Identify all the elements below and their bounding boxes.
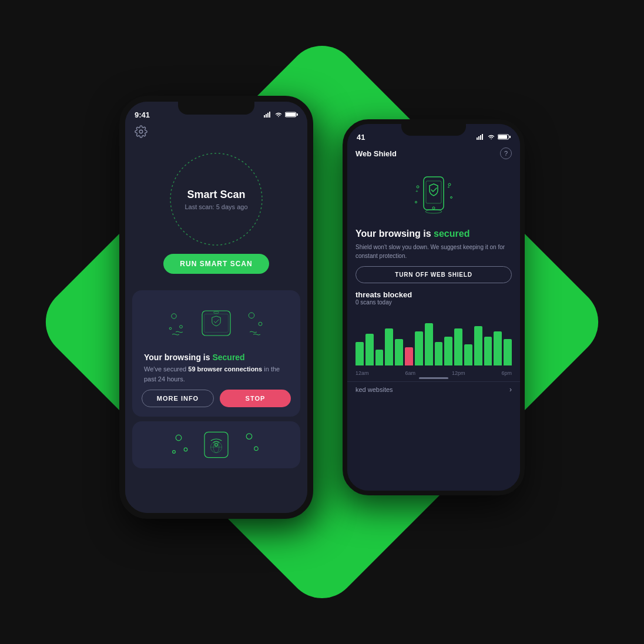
back-header: Web Shield ? [347,145,520,164]
svg-point-41 [246,434,252,440]
chart-bar [454,328,462,365]
back-blocked-text: ked websites [355,386,393,393]
back-help-button[interactable]: ? [500,147,512,159]
chart-bar [395,339,403,365]
front-signal-icon [264,112,272,118]
svg-point-24 [170,153,262,245]
svg-rect-7 [424,177,444,210]
chart-bar [425,323,433,365]
chart-bar [355,342,364,366]
svg-text:+: + [415,189,418,194]
svg-point-11 [417,186,419,188]
back-threats-subtitle: 0 scans today [355,299,512,306]
svg-rect-30 [214,311,219,313]
chart-bar [474,326,482,366]
chart-label-6am: 6am [405,370,415,376]
front-status-time: 9:41 [135,110,150,119]
back-secured-heading: Your browsing is secured [347,229,520,243]
settings-button[interactable] [125,123,307,143]
svg-rect-22 [286,113,296,116]
stop-button[interactable]: STOP [220,390,291,407]
svg-point-34 [184,448,187,451]
chart-bar [484,337,492,366]
chart-bar [365,334,374,365]
svg-point-10 [425,210,442,213]
chart-bar [435,342,443,366]
chart-bar [405,347,413,366]
card-text-block: Your browsing is Secured We've secured 5… [142,353,291,384]
svg-rect-19 [267,113,269,118]
back-threats-section: threats blocked 0 scans today [347,290,520,309]
back-bar-chart [355,313,512,365]
chart-label-6pm: 6pm [501,370,512,376]
svg-rect-18 [266,114,267,118]
svg-point-27 [169,327,172,330]
front-wifi-icon [274,112,283,118]
scan-circle-wrapper: Smart Scan Last scan: 5 days ago RUN SMA… [125,143,307,286]
svg-rect-3 [482,134,483,140]
chart-labels: 12am 6am 12pm 6pm [347,369,520,377]
back-body-text: Shield won't slow you down. We suggest k… [347,243,520,266]
card-illustration [142,300,291,347]
chart-bar [415,331,423,366]
svg-point-14 [415,202,417,203]
svg-rect-2 [480,135,481,140]
svg-point-25 [172,314,176,318]
back-status-time: 41 [357,133,365,142]
browsing-illustration [163,300,269,347]
signal-icon [477,134,485,140]
svg-point-31 [249,313,254,318]
back-shield-illustration: + + [407,168,460,227]
bottom-card-preview [132,421,300,468]
svg-point-13 [451,197,452,199]
scene: 41 [0,0,644,644]
scroll-indicator [419,377,448,379]
scan-circle: Smart Scan Last scan: 5 days ago [166,149,266,249]
svg-point-9 [432,207,435,209]
chart-bar [464,344,472,365]
svg-point-32 [259,322,262,326]
chevron-right-icon: › [509,385,512,394]
back-threats-title: threats blocked [355,290,512,299]
svg-rect-1 [478,136,479,140]
phone-back: 41 [343,119,525,495]
svg-rect-20 [269,112,270,118]
chart-bar [444,337,452,366]
svg-rect-17 [264,115,265,118]
gear-icon [135,125,147,138]
back-header-title: Web Shield [355,149,397,158]
svg-point-37 [215,444,218,447]
back-phone-content: 41 [347,124,520,491]
phone-front: 9:41 [119,96,313,519]
card-heading: Your browsing is Secured [144,353,289,362]
svg-point-42 [254,447,258,450]
chart-bar [385,328,393,365]
card-buttons: MORE INFO STOP [142,390,291,407]
svg-rect-23 [297,113,298,116]
browsing-card: Your browsing is Secured We've secured 5… [132,290,300,417]
svg-point-35 [173,451,176,454]
svg-rect-36 [204,432,228,457]
chart-label-12am: 12am [355,370,369,376]
run-smart-scan-button[interactable]: RUN SMART SCAN [163,254,269,274]
more-info-button[interactable]: MORE INFO [142,390,214,407]
svg-rect-0 [477,137,478,140]
front-phone-content: 9:41 [125,102,307,513]
svg-rect-28 [202,311,230,336]
chart-bar [504,339,512,365]
back-status-icons [477,134,511,140]
svg-rect-29 [204,314,229,332]
front-status-icons [264,112,298,118]
front-battery-icon [285,112,298,118]
back-blocked-websites-section[interactable]: ked websites › [347,381,520,397]
scan-dashed-ring [166,149,266,249]
back-shield-area: + + [347,164,520,229]
wifi-icon [487,134,495,140]
back-phone-notch [401,124,466,136]
svg-rect-5 [498,135,507,139]
turn-off-web-shield-button[interactable]: TURN OFF WEB SHIELD [355,266,512,283]
svg-text:+: + [447,185,450,190]
svg-point-26 [180,326,183,328]
chart-label-12pm: 12pm [452,370,465,376]
card-body-text: We've secured 59 browser connections in … [144,364,289,384]
